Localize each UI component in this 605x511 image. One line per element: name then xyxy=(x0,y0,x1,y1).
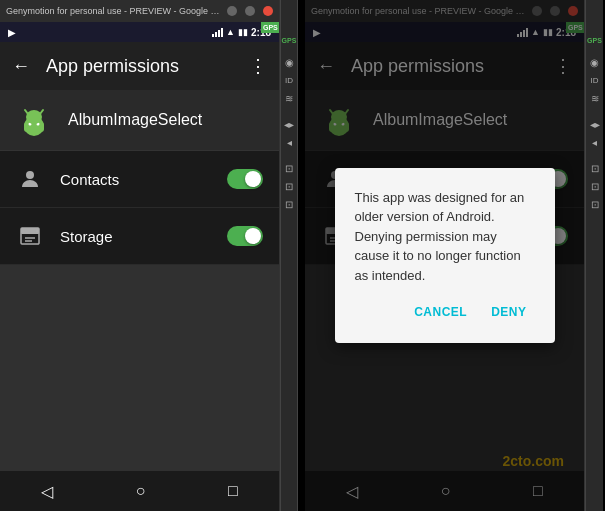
rsidebar-btn-rot1[interactable]: ⊡ xyxy=(587,160,603,176)
wifi-icon: ▲ xyxy=(226,27,235,37)
dialog-message: This app was designed for an older versi… xyxy=(355,188,535,286)
svg-point-6 xyxy=(26,110,42,124)
carrier-icon: ▶ xyxy=(8,27,16,38)
rsidebar-btn-id[interactable]: ID xyxy=(587,72,603,88)
dialog-buttons: CANCEL DENY xyxy=(355,301,535,323)
battery-icon: ▮▮ xyxy=(238,27,248,37)
rsidebar-btn-rot3[interactable]: ⊡ xyxy=(587,196,603,212)
signal-bar-1 xyxy=(212,34,214,37)
storage-permission-left[interactable]: Storage xyxy=(0,208,279,265)
permission-dialog: This app was designed for an older versi… xyxy=(335,168,555,344)
minimize-btn[interactable] xyxy=(227,6,237,16)
app-icon-left xyxy=(16,102,52,138)
sidebar-btn-cam[interactable]: ◉ xyxy=(281,54,297,70)
sidebar-btn-id[interactable]: ID xyxy=(281,72,297,88)
nav-recents-left[interactable]: □ xyxy=(228,482,238,500)
app-list-item-left[interactable]: AlbumImageSelect xyxy=(0,90,279,151)
rsidebar-btn-rot2[interactable]: ⊡ xyxy=(587,178,603,194)
sidebar-btn-vol-up[interactable]: ◂▸ xyxy=(281,116,297,132)
content-area-left xyxy=(0,265,279,471)
more-menu-left[interactable]: ⋮ xyxy=(249,55,267,77)
contacts-icon-left xyxy=(16,165,44,193)
status-bar-left: ▶ ▲ ▮▮ 2:18 xyxy=(0,22,279,42)
signal-bar-4 xyxy=(221,28,223,37)
svg-point-7 xyxy=(26,171,34,179)
close-btn[interactable] xyxy=(263,6,273,16)
browser-bar-left: Genymotion for personal use - PREVIEW - … xyxy=(0,0,279,22)
panel-divider xyxy=(298,0,305,511)
svg-point-10 xyxy=(36,230,38,232)
signal-bar-2 xyxy=(215,32,217,37)
sidebar-btn-rot2[interactable]: ⊡ xyxy=(281,178,297,194)
contacts-toggle-left[interactable] xyxy=(227,169,263,189)
toggle-knob-storage-left xyxy=(245,228,261,244)
status-left: ▶ xyxy=(8,27,16,38)
signal-bars xyxy=(212,27,223,37)
signal-bar-3 xyxy=(218,30,220,37)
deny-button[interactable]: DENY xyxy=(483,301,534,323)
rsidebar-btn-signal[interactable]: ≋ xyxy=(587,90,603,106)
toggle-knob-contacts-left xyxy=(245,171,261,187)
contacts-label-left: Contacts xyxy=(60,171,211,188)
rsidebar-btn-gps[interactable]: GPS xyxy=(587,32,603,48)
right-sidebar-buttons: GPS ◉ ID ≋ ◂▸ ◂ ⊡ ⊡ ⊡ xyxy=(585,0,603,511)
sidebar-btn-vol-down[interactable]: ◂ xyxy=(281,134,297,150)
dialog-overlay: This app was designed for an older versi… xyxy=(305,0,584,511)
left-panel: Genymotion for personal use - PREVIEW - … xyxy=(0,0,280,511)
contacts-permission-left[interactable]: Contacts xyxy=(0,151,279,208)
storage-icon-left xyxy=(16,222,44,250)
rsidebar-btn-vol-down[interactable]: ◂ xyxy=(587,134,603,150)
app-name-left: AlbumImageSelect xyxy=(68,111,202,129)
maximize-btn[interactable] xyxy=(245,6,255,16)
sidebar-btn-signal[interactable]: ≋ xyxy=(281,90,297,106)
left-sidebar-buttons: GPS ◉ ID ≋ ◂▸ ◂ ⊡ ⊡ ⊡ xyxy=(280,0,298,511)
nav-bar-left: ◁ ○ □ xyxy=(0,471,279,511)
storage-label-left: Storage xyxy=(60,228,211,245)
sidebar-btn-rot3[interactable]: ⊡ xyxy=(281,196,297,212)
back-button-left[interactable]: ← xyxy=(12,56,30,77)
browser-controls-left xyxy=(227,6,273,16)
browser-tab-left: Genymotion for personal use - PREVIEW - … xyxy=(6,6,223,16)
rsidebar-btn-vol-up[interactable]: ◂▸ xyxy=(587,116,603,132)
nav-home-left[interactable]: ○ xyxy=(136,482,146,500)
sidebar-btn-gps[interactable]: GPS xyxy=(281,32,297,48)
gps-indicator-left: GPS xyxy=(261,22,279,33)
cancel-button[interactable]: CANCEL xyxy=(406,301,475,323)
rsidebar-btn-cam[interactable]: ◉ xyxy=(587,54,603,70)
right-panel: Genymotion for personal use - PREVIEW - … xyxy=(305,0,585,511)
toolbar-title-left: App permissions xyxy=(46,56,233,77)
storage-toggle-left[interactable] xyxy=(227,226,263,246)
sidebar-btn-rot1[interactable]: ⊡ xyxy=(281,160,297,176)
nav-back-left[interactable]: ◁ xyxy=(41,482,53,501)
app-toolbar-left: ← App permissions ⋮ xyxy=(0,42,279,90)
